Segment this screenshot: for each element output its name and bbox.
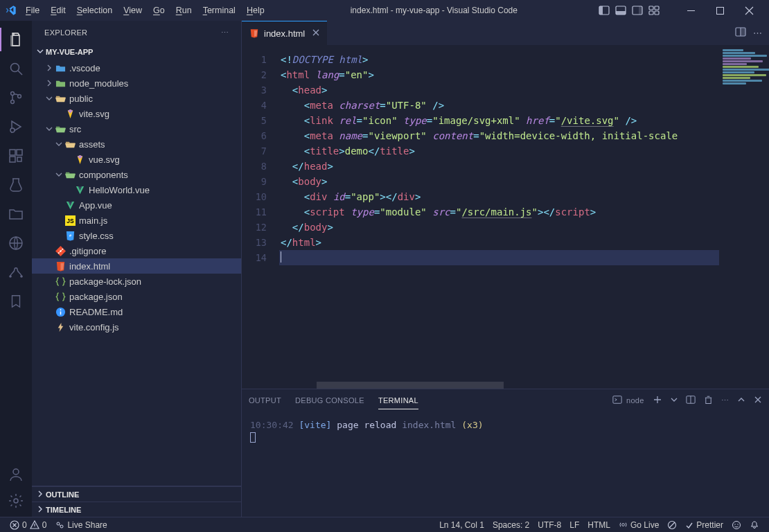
editor-horizontal-scrollbar[interactable] [242, 382, 769, 389]
menu-help[interactable]: Help [242, 3, 269, 18]
activity-testing[interactable] [0, 170, 32, 200]
status-lncol[interactable]: Ln 14, Col 1 [435, 520, 488, 530]
status-liveshare[interactable]: Live Share [51, 520, 111, 530]
menu-run[interactable]: Run [171, 3, 197, 18]
status-encoding[interactable]: UTF-8 [533, 520, 565, 530]
activity-remote[interactable] [0, 229, 32, 258]
code-area[interactable]: <!DOCTYPE html><html lang="en"> <head> <… [279, 45, 719, 382]
menu-file[interactable]: File [21, 3, 44, 18]
tree-item-app-vue[interactable]: App.vue [32, 197, 241, 213]
layout-bottom-icon[interactable] [615, 5, 626, 16]
layout-right-icon[interactable] [632, 5, 643, 16]
panel-close-icon[interactable] [754, 396, 762, 405]
activity-search[interactable] [0, 54, 32, 83]
layout-grid-icon[interactable] [648, 5, 660, 16]
scrollbar-thumb[interactable] [317, 382, 504, 389]
svg-text:JS: JS [67, 218, 74, 224]
activity-settings[interactable] [0, 488, 32, 514]
status-prettier[interactable]: Prettier [681, 520, 727, 530]
panel-maximize-icon[interactable] [737, 396, 745, 405]
status-spaces[interactable]: Spaces: 2 [488, 520, 533, 530]
tree-item-vite-config-js[interactable]: vite.config.js [32, 319, 241, 335]
tree-item-public[interactable]: public [32, 91, 241, 106]
panel-tab-debug[interactable]: DEBUG CONSOLE [295, 392, 364, 409]
editor-more-icon[interactable]: ⋯ [753, 28, 762, 38]
activity-account[interactable] [0, 461, 32, 488]
menu-selection[interactable]: Selection [72, 3, 117, 18]
status-problems[interactable]: 0 0 [6, 520, 51, 530]
terminal-split-icon[interactable] [686, 395, 696, 406]
terminal-shell-name[interactable]: node [626, 396, 644, 405]
activity-path[interactable] [0, 258, 32, 287]
panel-more-icon[interactable]: ⋯ [721, 396, 729, 405]
menu-view[interactable]: View [118, 3, 147, 18]
activity-run-debug[interactable] [0, 112, 32, 141]
activity-source-control[interactable] [0, 83, 32, 112]
window-maximize-button[interactable] [705, 0, 734, 21]
status-feedback-icon[interactable] [727, 520, 745, 530]
window-minimize-button[interactable] [676, 0, 705, 21]
tree-item-main-js[interactable]: JSmain.js [32, 213, 241, 228]
explorer-more-icon[interactable]: ⋯ [221, 28, 229, 37]
tree-item-vue-svg[interactable]: vue.svg [32, 152, 241, 167]
status-no-icon[interactable] [663, 520, 681, 530]
tab-index-html[interactable]: index.html [242, 21, 327, 45]
split-editor-icon[interactable] [735, 26, 746, 39]
timeline-section[interactable]: TIMELINE [32, 502, 241, 517]
tree-item-src[interactable]: src [32, 121, 241, 136]
status-golive[interactable]: Go Live [615, 520, 663, 530]
tree-item-components[interactable]: components [32, 167, 241, 182]
status-eol[interactable]: LF [565, 520, 583, 530]
tree-item--vscode[interactable]: .vscode [32, 60, 241, 76]
svg-point-45 [57, 522, 60, 525]
tree-item-node-modules[interactable]: node_modules [32, 76, 241, 91]
close-icon[interactable] [312, 28, 320, 39]
tree-item--gitignore[interactable]: .gitignore [32, 243, 241, 258]
tree-item-label: vue.svg [89, 154, 120, 165]
terminal-body[interactable]: 10:30:42 [vite] page reload index.html (… [242, 411, 769, 517]
tree-item-label: vite.svg [79, 109, 109, 119]
tree-item-package-lock-json[interactable]: package-lock.json [32, 274, 241, 289]
window-close-button[interactable] [734, 0, 763, 21]
tree-item-package-json[interactable]: package.json [32, 289, 241, 304]
activity-folder[interactable] [0, 200, 32, 229]
panel-tab-terminal[interactable]: TERMINAL [378, 392, 418, 409]
file-tree: .vscodenode_modulespublicvite.svgsrcasse… [32, 60, 241, 486]
tree-item-label: .vscode [69, 63, 100, 73]
layout-left-icon[interactable] [599, 5, 610, 16]
tree-item-style-css[interactable]: #style.css [32, 228, 241, 243]
tree-item-label: main.js [79, 215, 107, 226]
tree-item-index-html[interactable]: index.html [32, 258, 241, 274]
outline-section[interactable]: OUTLINE [32, 486, 241, 502]
explorer-root[interactable]: MY-VUE-APP [32, 44, 241, 60]
activity-extensions[interactable] [0, 141, 32, 170]
file-icon [54, 93, 67, 104]
svg-rect-19 [17, 150, 22, 155]
svg-point-12 [11, 64, 19, 72]
activity-bar [0, 21, 32, 517]
svg-point-27 [14, 499, 18, 503]
menu-edit[interactable]: Edit [46, 3, 71, 18]
terminal-new-icon[interactable] [653, 395, 662, 406]
tree-item-helloworld-vue[interactable]: HelloWorld.vue [32, 182, 241, 197]
svg-point-36 [60, 309, 61, 310]
tree-item-vite-svg[interactable]: vite.svg [32, 106, 241, 121]
terminal-dropdown-icon[interactable] [671, 396, 678, 405]
tree-item-readme-md[interactable]: README.md [32, 304, 241, 319]
svg-point-47 [622, 524, 625, 526]
menu-terminal[interactable]: Terminal [198, 3, 240, 18]
file-icon [64, 108, 76, 119]
activity-bookmark[interactable] [0, 287, 32, 316]
file-icon [54, 123, 67, 134]
activity-explorer[interactable] [0, 25, 32, 54]
editor-body[interactable]: 1234567891011121314 <!DOCTYPE html><html… [242, 45, 769, 382]
status-bell-icon[interactable] [745, 520, 763, 530]
status-language[interactable]: HTML [583, 520, 615, 530]
panel-tab-output[interactable]: OUTPUT [249, 392, 281, 409]
menu-go[interactable]: Go [148, 3, 170, 18]
minimap[interactable] [719, 45, 769, 382]
svg-point-15 [11, 100, 15, 104]
tree-item-assets[interactable]: assets [32, 136, 241, 152]
svg-point-26 [13, 469, 19, 475]
terminal-kill-icon[interactable] [704, 395, 713, 406]
